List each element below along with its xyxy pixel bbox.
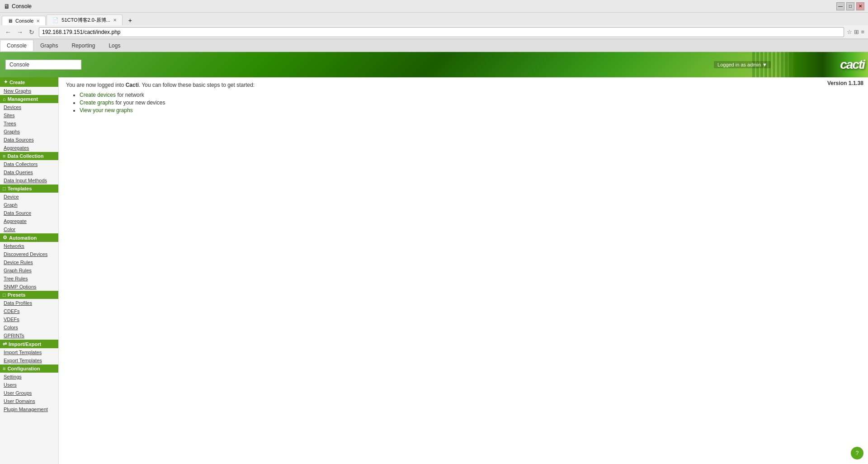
tab-close-icon[interactable]: ✕ [36,19,40,24]
tab-favicon: 🖥 [8,18,13,24]
help-button[interactable]: ? [851,447,863,459]
sidebar-item-data-queries[interactable]: Data Queries [0,168,58,176]
sidebar-item-vdefs[interactable]: VDEFs [0,315,58,323]
list-item: Create graphs for your new devices [80,99,861,106]
sidebar-section-presets[interactable]: □ Presets [0,291,58,299]
sidebar-create-header[interactable]: ✦ Create [0,77,58,87]
sidebar-section-import-export[interactable]: ⇌ Import/Export [0,340,58,348]
sidebar-item-plugin-management[interactable]: Plugin Management [0,405,58,413]
version-text: Version 1.1.38 [827,80,863,86]
step2-link[interactable]: Create graphs [80,99,114,106]
automation-icon: ⚙ [3,235,7,241]
sidebar-item-users[interactable]: Users [0,381,58,389]
close-button[interactable]: ✕ [856,2,864,10]
title-bar: 🖥 Console — □ ✕ [0,0,868,13]
tab-label2: 51CTO博客2.0-原博... [61,17,110,24]
tab-reporting[interactable]: Reporting [65,40,102,51]
sidebar-item-discovered-devices[interactable]: Discovered Devices [0,250,58,258]
version-area: Version 1.1.38 [827,80,863,86]
browser-tab-console[interactable]: 🖥 Console ✕ [2,16,46,25]
logged-in-text[interactable]: Logged in as admin ▼ [714,61,771,68]
refresh-button[interactable]: ↻ [27,28,36,37]
sidebar-item-settings[interactable]: Settings [0,373,58,381]
sidebar-item-sites[interactable]: Sites [0,111,58,119]
create-icon: ✦ [4,79,8,85]
presets-icon: □ [3,292,6,298]
sidebar-section-management[interactable]: ⌂ Management [0,95,58,103]
address-bar: ← → ↻ ☆ ⊞ ≡ [0,25,868,39]
logo-area: cacti [778,52,868,77]
sidebar-item-trees[interactable]: Trees [0,119,58,128]
sidebar-item-tree-rules[interactable]: Tree Rules [0,275,58,283]
menu-icon[interactable]: ≡ [861,28,864,35]
sidebar-item-color[interactable]: Color [0,225,58,233]
tab-graphs[interactable]: Graphs [33,40,65,51]
templates-icon: □ [3,186,6,191]
sidebar: ✦ Create New Graphs ⌂ Management Devices… [0,77,59,464]
sidebar-section-templates[interactable]: □ Templates [0,185,58,193]
tab-label: Console [15,18,33,24]
sidebar-section-automation[interactable]: ⚙ Automation [0,233,58,242]
sidebar-item-device-rules[interactable]: Device Rules [0,258,58,266]
header-banner: cacti Logged in as admin ▼ [0,52,868,77]
sidebar-item-data-collectors[interactable]: Data Collectors [0,160,58,168]
forward-button[interactable]: → [15,28,24,37]
sidebar-item-device[interactable]: Device [0,193,58,201]
console-input[interactable] [5,60,81,70]
step3-link[interactable]: View your new graphs [80,107,133,114]
list-item: View your new graphs [80,107,861,114]
import-export-icon: ⇌ [3,341,7,347]
cacti-logo: cacti [840,57,864,72]
sidebar-item-snmp-options[interactable]: SNMP Options [0,283,58,291]
sidebar-item-colors[interactable]: Colors [0,323,58,331]
new-tab-button[interactable]: + [124,15,136,25]
logged-in-area: Logged in as admin ▼ [714,62,771,68]
sidebar-item-data-sources[interactable]: Data Sources [0,136,58,144]
sidebar-section-configuration[interactable]: ≡ Configuration [0,365,58,373]
sidebar-item-data-profiles[interactable]: Data Profiles [0,299,58,307]
browser-icon: 🖥 [4,3,10,10]
intro-paragraph: You are now logged into Cacti. You can f… [66,82,861,88]
sidebar-item-export-templates[interactable]: Export Templates [0,356,58,365]
step1-link[interactable]: Create devices [80,92,116,98]
sidebar-item-user-domains[interactable]: User Domains [0,397,58,405]
cacti-brand: Cacti [126,82,139,88]
data-collection-icon: ≡ [3,153,5,159]
sidebar-item-graph-rules[interactable]: Graph Rules [0,266,58,275]
management-icon: ⌂ [3,96,6,102]
tab-logs[interactable]: Logs [102,40,127,51]
sidebar-item-graphs[interactable]: Graphs [0,128,58,136]
sidebar-item-import-templates[interactable]: Import Templates [0,348,58,356]
sidebar-item-cdefs[interactable]: CDEFs [0,307,58,315]
configuration-icon: ≡ [3,366,5,371]
app-tab-bar: Console Graphs Reporting Logs [0,39,868,52]
sidebar-item-devices[interactable]: Devices [0,103,58,111]
steps-list: Create devices for network Create graphs… [66,92,861,114]
tab-close-icon2[interactable]: ✕ [113,18,117,23]
sidebar-item-data-input-methods[interactable]: Data Input Methods [0,176,58,185]
sidebar-section-data-collection[interactable]: ≡ Data Collection [0,152,58,160]
tab-favicon2: 📄 [52,17,59,23]
help-icon: ? [856,450,859,456]
sidebar-item-user-groups[interactable]: User Groups [0,389,58,397]
browser-tab-51cto[interactable]: 📄 51CTO博客2.0-原博... ✕ [47,14,122,25]
sidebar-item-aggregates[interactable]: Aggregates [0,144,58,152]
sidebar-item-gprints[interactable]: GPRINTs [0,331,58,340]
title-bar-title: Console [12,3,836,9]
list-item: Create devices for network [80,92,861,98]
main-content: You are now logged into Cacti. You can f… [59,77,868,119]
star-icon[interactable]: ☆ [847,28,852,35]
sidebar-item-networks[interactable]: Networks [0,242,58,250]
sidebar-item-aggregate[interactable]: Aggregate [0,217,58,225]
sidebar-item-data-source[interactable]: Data Source [0,209,58,217]
maximize-button[interactable]: □ [846,2,854,10]
sidebar-item-graph[interactable]: Graph [0,201,58,209]
back-button[interactable]: ← [4,28,13,37]
minimize-button[interactable]: — [836,2,844,10]
url-input[interactable] [39,27,844,37]
bookmark-icon[interactable]: ⊞ [854,28,859,35]
sidebar-item-new-graphs[interactable]: New Graphs [0,87,58,95]
browser-tab-bar: 🖥 Console ✕ 📄 51CTO博客2.0-原博... ✕ + [0,13,868,25]
tab-console[interactable]: Console [0,40,33,51]
